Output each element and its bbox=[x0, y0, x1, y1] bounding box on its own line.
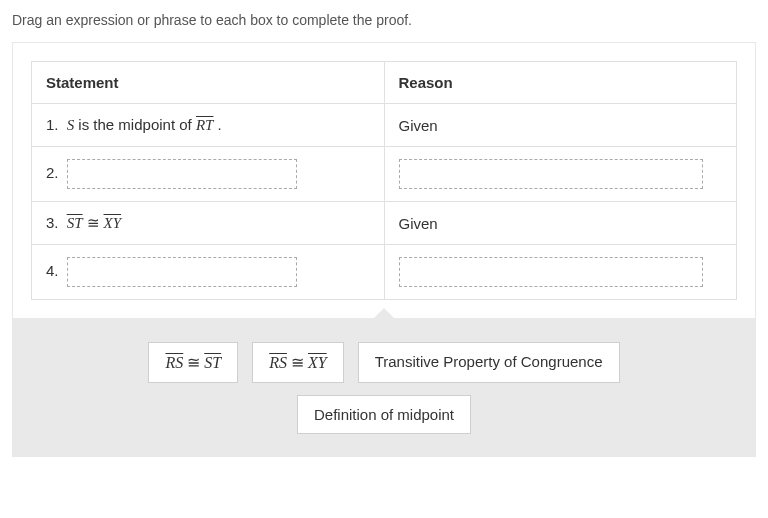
answer-tray: RS≅ST RS≅XY Transitive Property of Congr… bbox=[13, 318, 755, 456]
segment-rt: RT bbox=[196, 116, 214, 133]
statement-cell-1: 1. S is the midpoint of RT . bbox=[32, 104, 385, 147]
tile-transitive[interactable]: Transitive Property of Congruence bbox=[358, 342, 620, 383]
dropzone-reason-2[interactable] bbox=[399, 159, 703, 189]
instruction-text: Drag an expression or phrase to each box… bbox=[12, 12, 756, 28]
segment-rs: RS bbox=[269, 353, 287, 371]
tile-rs-xy[interactable]: RS≅XY bbox=[252, 342, 343, 383]
statement-cell-2: 2. bbox=[32, 147, 385, 202]
row-number: 2. bbox=[46, 164, 59, 181]
reason-cell-2 bbox=[384, 147, 737, 202]
tray-arrow-icon bbox=[372, 308, 396, 320]
tile-rs-st[interactable]: RS≅ST bbox=[148, 342, 238, 383]
segment-st: ST bbox=[204, 353, 221, 371]
row-number: 3. bbox=[46, 214, 59, 231]
text-post: . bbox=[213, 116, 221, 133]
dropzone-statement-2[interactable] bbox=[67, 159, 297, 189]
row-number: 4. bbox=[46, 262, 59, 279]
congruent-symbol: ≅ bbox=[83, 215, 104, 231]
proof-container: Statement Reason 1. S is the midpoint of… bbox=[12, 42, 756, 457]
header-reason: Reason bbox=[384, 62, 737, 104]
table-row: 3. ST≅XY Given bbox=[32, 202, 737, 245]
reason-cell-1: Given bbox=[384, 104, 737, 147]
segment-xy: XY bbox=[308, 353, 327, 371]
table-row: 4. bbox=[32, 245, 737, 300]
reason-cell-4 bbox=[384, 245, 737, 300]
proof-table: Statement Reason 1. S is the midpoint of… bbox=[31, 61, 737, 300]
statement-cell-3: 3. ST≅XY bbox=[32, 202, 385, 245]
segment-xy: XY bbox=[104, 214, 122, 231]
tray-row-1: RS≅ST RS≅XY Transitive Property of Congr… bbox=[27, 342, 741, 383]
row-number: 1. bbox=[46, 116, 59, 133]
segment-rs: RS bbox=[165, 353, 183, 371]
table-row: 2. bbox=[32, 147, 737, 202]
header-statement: Statement bbox=[32, 62, 385, 104]
dropzone-statement-4[interactable] bbox=[67, 257, 297, 287]
congruent-symbol: ≅ bbox=[287, 354, 308, 371]
segment-st: ST bbox=[67, 214, 83, 231]
tray-row-2: Definition of midpoint bbox=[27, 395, 741, 434]
congruent-symbol: ≅ bbox=[183, 354, 204, 371]
text-mid: is the midpoint of bbox=[74, 116, 196, 133]
table-row: 1. S is the midpoint of RT . Given bbox=[32, 104, 737, 147]
tile-definition-midpoint[interactable]: Definition of midpoint bbox=[297, 395, 471, 434]
statement-cell-4: 4. bbox=[32, 245, 385, 300]
dropzone-reason-4[interactable] bbox=[399, 257, 703, 287]
reason-cell-3: Given bbox=[384, 202, 737, 245]
